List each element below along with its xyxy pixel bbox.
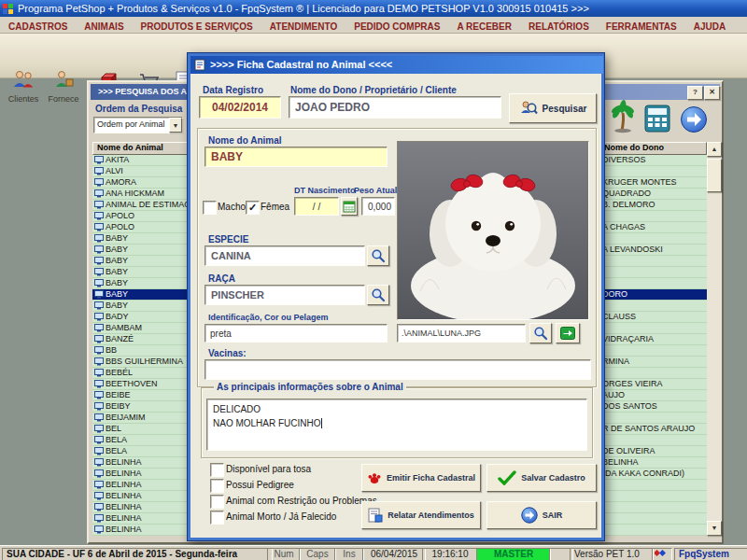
scroll-down-icon[interactable]: ▼	[707, 521, 722, 536]
grid-row-owner[interactable]	[599, 513, 707, 525]
sair-button[interactable]: SAIR	[486, 501, 597, 529]
scroll-up-icon[interactable]: ▲	[707, 142, 722, 157]
option-checkbox[interactable]	[210, 495, 224, 509]
peso-field[interactable]: 0,000	[361, 197, 395, 216]
dt-nascimento-field[interactable]: / /	[294, 197, 339, 216]
grid-row-owner[interactable]: B. DELMORO	[599, 200, 707, 211]
grid-row-owner[interactable]	[599, 502, 707, 513]
especie-search-button[interactable]	[367, 245, 389, 266]
monitor-icon	[94, 447, 104, 455]
grid-row-owner[interactable]: QUADRADO	[599, 189, 707, 200]
info-line: DELICADO	[213, 402, 581, 416]
vacinas-field[interactable]	[204, 359, 591, 380]
option-checkbox[interactable]	[210, 463, 224, 477]
grid-row-owner[interactable]	[599, 491, 707, 502]
monitor-icon	[94, 380, 104, 388]
menu-item[interactable]: CADASTROS	[0, 19, 76, 35]
menu-item[interactable]: PRODUTOS E SERVIÇOS	[133, 19, 261, 35]
go-arrow-icon[interactable]	[680, 105, 708, 137]
status-ins: Ins	[334, 548, 364, 560]
info-memo[interactable]: DELICADO NAO MOLHAR FUCINHO	[206, 399, 587, 451]
calculator-big-icon[interactable]	[644, 105, 670, 136]
grid-row-owner[interactable]: DOS SANTOS	[599, 401, 707, 413]
menu-item[interactable]: PEDIDO COMPRAS	[345, 19, 448, 35]
option-checkbox[interactable]	[210, 479, 224, 493]
chevron-down-icon[interactable]: ▼	[169, 118, 182, 133]
grid-row-owner[interactable]: A CHAGAS	[599, 222, 707, 233]
owner-column-header[interactable]: Nome do Dono	[599, 142, 707, 155]
relatar-atendimentos-button[interactable]: Relatar Atendimentos	[361, 501, 481, 529]
grid-row-owner[interactable]	[599, 525, 707, 536]
option-label: Disponível para tosa	[226, 464, 311, 474]
grid-row-owner[interactable]	[599, 368, 707, 379]
foto-load-button[interactable]	[556, 323, 580, 343]
grid-row-owner[interactable]	[599, 166, 707, 177]
grid-row-owner[interactable]: KRUGER MONTES	[599, 177, 707, 189]
grid-row-owner[interactable]	[599, 413, 707, 424]
grid-row-owner[interactable]	[599, 278, 707, 289]
grid-row-owner[interactable]: (DA KAKA CONRADI)	[599, 469, 707, 480]
calendar-picker-button[interactable]	[341, 197, 358, 216]
clientes-button[interactable]: Clientes	[4, 69, 43, 110]
menu-item[interactable]: ATENDIMENTO	[261, 19, 345, 35]
grid-row-owner[interactable]	[599, 267, 707, 278]
grid-row-owner[interactable]: AUJO	[599, 390, 707, 401]
grid-row-owner[interactable]: ORGES VIEIRA	[599, 379, 707, 390]
nome-animal-field[interactable]: BABY	[204, 147, 388, 167]
grid-row-owner[interactable]	[599, 211, 707, 222]
monitor-icon	[94, 234, 104, 243]
dialog-title-bar[interactable]: >>>> Ficha Cadastral no Animal <<<<	[190, 56, 603, 74]
palm-tree-icon[interactable]	[611, 100, 635, 137]
menu-item[interactable]: ANIMAIS	[76, 19, 132, 35]
green-arrow-icon	[560, 327, 575, 340]
raca-field[interactable]: PINSCHER	[204, 285, 365, 305]
grid-row-owner[interactable]: DE OLIVEIRA	[599, 446, 707, 457]
emitir-ficha-button[interactable]: Emitir Ficha Cadastral	[361, 464, 481, 492]
grid-row-owner[interactable]	[599, 301, 707, 312]
grid-row-owner[interactable]: R DE SANTOS ARAUJO	[599, 424, 707, 435]
scrollbar-thumb[interactable]	[707, 159, 722, 192]
menu-item[interactable]: RELATÓRIOS	[520, 19, 598, 35]
magnifier-icon	[533, 326, 548, 341]
macho-checkbox[interactable]	[203, 201, 217, 215]
dialog-checkbox-list: Disponível para tosaPossui PedigreeAnima…	[210, 462, 359, 533]
grid-row-owner[interactable]	[599, 323, 707, 334]
foto-path-field[interactable]: .\ANIMAL\LUNA.JPG	[397, 324, 526, 343]
dono-field[interactable]: JOAO PEDRO	[289, 96, 501, 119]
grid-row-owner[interactable]	[599, 256, 707, 267]
grid-row-owner[interactable]	[599, 435, 707, 446]
grid-row-owner[interactable]: DIVERSOS	[599, 155, 707, 166]
grid-scrollbar[interactable]: ▲ ▼	[707, 142, 722, 536]
grid-row-owner[interactable]: CLAUSS	[599, 312, 707, 323]
grid-row-owner[interactable]: RMINA	[599, 357, 707, 368]
help-button[interactable]: ?	[687, 86, 703, 100]
femea-checkbox[interactable]: ✓	[246, 201, 260, 215]
grid-row-owner[interactable]: BELINHA	[599, 457, 707, 469]
nome-animal-label: Nome do Animal	[208, 135, 282, 146]
monitor-icon	[94, 156, 104, 164]
identificacao-field[interactable]: preta	[204, 324, 388, 343]
menu-item[interactable]: A RECEBER	[448, 19, 520, 35]
fornecedor-button[interactable]: Fornece	[45, 69, 82, 110]
especie-field[interactable]: CANINA	[204, 245, 365, 266]
menu-item[interactable]: AJUDA	[685, 19, 734, 35]
foto-search-button[interactable]	[529, 323, 552, 343]
pesquisar-button[interactable]: Pesquisar	[509, 93, 597, 123]
grid-row-owner[interactable]: A LEVANDOSKI	[599, 245, 707, 256]
grid-row-owner[interactable]	[599, 480, 707, 491]
order-combobox[interactable]: Ordem por Animal ▼	[93, 117, 183, 133]
salvar-button[interactable]: Salvar Cadastro	[486, 464, 597, 492]
menu-item[interactable]: FERRAMENTAS	[598, 19, 685, 35]
window-close-button[interactable]: ✕	[704, 86, 720, 100]
magnifier-icon	[371, 287, 386, 302]
grid-row-owner[interactable]	[599, 233, 707, 245]
data-registro-field[interactable]: 04/02/2014	[199, 96, 281, 119]
grid-row-owner[interactable]: VIDRAÇARIA	[599, 334, 707, 345]
grid-row-owner[interactable]	[599, 345, 707, 357]
grid-row-owner[interactable]: DORO	[599, 289, 707, 301]
emitir-label: Emitir Ficha Cadastral	[387, 473, 475, 483]
menu-bar: CADASTROSANIMAISPRODUTOS E SERVIÇOSATEND…	[0, 17, 747, 34]
check-icon	[498, 470, 516, 485]
raca-search-button[interactable]	[367, 285, 389, 305]
option-checkbox[interactable]	[210, 511, 224, 525]
